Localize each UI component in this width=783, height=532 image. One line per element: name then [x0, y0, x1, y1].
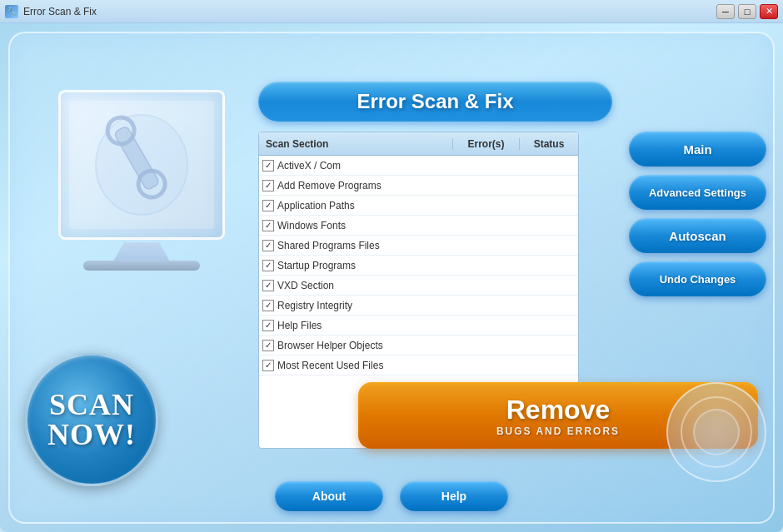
bottom-buttons: About Help: [275, 481, 508, 511]
help-button[interactable]: Help: [400, 481, 508, 511]
undo-changes-button[interactable]: Undo Changes: [629, 261, 766, 296]
row-section: ✓ Startup Programs: [259, 260, 453, 271]
table-row[interactable]: ✓ Add Remove Programs: [259, 176, 578, 196]
row-label: Shared Programs Files: [277, 240, 380, 251]
row-label: Add Remove Programs: [277, 180, 382, 191]
advanced-settings-button[interactable]: Advanced Settings: [629, 175, 766, 210]
table-row[interactable]: ✓ Shared Programs Files: [259, 236, 578, 256]
row-checkbox[interactable]: ✓: [262, 160, 274, 172]
row-label: Startup Programs: [277, 260, 356, 271]
header-status: Status: [520, 138, 578, 150]
table-row[interactable]: ✓ ActiveX / Com: [259, 156, 578, 176]
computer-base: [83, 261, 200, 271]
row-section: ✓ Most Recent Used Files: [259, 360, 453, 371]
title-bar-buttons: ─ □ ✕: [716, 4, 778, 19]
scan-now-line2: Now!: [47, 420, 136, 450]
table-row[interactable]: ✓ Most Recent Used Files: [259, 355, 578, 375]
row-checkbox[interactable]: ✓: [262, 220, 274, 231]
row-label: Help Files: [277, 320, 322, 331]
remove-sub-text: BUGS AND ERRORS: [496, 425, 620, 437]
row-section: ✓ Browser Helper Objects: [259, 340, 453, 351]
decorative-circle: [666, 382, 766, 482]
main-button[interactable]: Main: [629, 132, 766, 167]
row-checkbox[interactable]: ✓: [262, 300, 274, 311]
right-nav-buttons: Main Advanced Settings Autoscan Undo Cha…: [629, 132, 766, 296]
row-label: Most Recent Used Files: [277, 360, 383, 371]
row-checkbox[interactable]: ✓: [262, 320, 274, 331]
row-section: ✓ Windows Fonts: [259, 220, 453, 231]
title-bar-left: 🔧 Error Scan & Fix: [5, 5, 97, 18]
row-label: Windows Fonts: [277, 220, 346, 231]
app-icon: 🔧: [5, 5, 18, 18]
table-row[interactable]: ✓ Registry Integrity: [259, 296, 578, 316]
table-row[interactable]: ✓ Startup Programs: [259, 256, 578, 276]
title-bar: 🔧 Error Scan & Fix ─ □ ✕: [0, 0, 783, 23]
scan-table-header: Scan Section Error(s) Status: [259, 132, 578, 156]
autoscan-button[interactable]: Autoscan: [629, 218, 766, 253]
header-section: Scan Section: [259, 138, 453, 150]
row-section: ✓ Add Remove Programs: [259, 180, 453, 191]
row-checkbox[interactable]: ✓: [262, 180, 274, 191]
row-section: ✓ ActiveX / Com: [259, 160, 453, 172]
row-label: ActiveX / Com: [277, 160, 341, 172]
header-errors: Error(s): [453, 138, 520, 150]
row-checkbox[interactable]: ✓: [262, 360, 274, 371]
row-label: VXD Section: [277, 280, 334, 291]
row-checkbox[interactable]: ✓: [262, 240, 274, 251]
computer-illustration: [33, 90, 250, 323]
row-label: Browser Helper Objects: [277, 340, 383, 351]
close-button[interactable]: ✕: [760, 4, 778, 19]
scan-now-button[interactable]: Scan Now!: [25, 353, 158, 486]
main-container: Error Scan & Fix Scan Section Error(s) S…: [0, 23, 783, 532]
table-row[interactable]: ✓ Application Paths: [259, 196, 578, 216]
about-button[interactable]: About: [275, 481, 383, 511]
row-label: Application Paths: [277, 200, 355, 211]
app-title-banner: Error Scan & Fix: [258, 82, 612, 122]
row-section: ✓ Application Paths: [259, 200, 453, 211]
table-row[interactable]: ✓ Browser Helper Objects: [259, 336, 578, 355]
table-row[interactable]: ✓ Windows Fonts: [259, 216, 578, 236]
maximize-button[interactable]: □: [738, 4, 756, 19]
row-section: ✓ Help Files: [259, 320, 453, 331]
table-row[interactable]: ✓ VXD Section: [259, 276, 578, 296]
wrench-icon: [87, 107, 196, 223]
minimize-button[interactable]: ─: [716, 4, 735, 19]
remove-main-text: Remove: [506, 395, 611, 425]
row-label: Registry Integrity: [277, 300, 352, 311]
row-checkbox[interactable]: ✓: [262, 200, 274, 211]
window-title: Error Scan & Fix: [23, 6, 97, 17]
row-checkbox[interactable]: ✓: [262, 280, 274, 291]
app-title-text: Error Scan & Fix: [357, 90, 513, 113]
row-section: ✓ Shared Programs Files: [259, 240, 453, 251]
row-checkbox[interactable]: ✓: [262, 260, 274, 271]
computer-display: [58, 90, 225, 240]
row-checkbox[interactable]: ✓: [262, 340, 274, 351]
row-section: ✓ Registry Integrity: [259, 300, 453, 311]
row-section: ✓ VXD Section: [259, 280, 453, 291]
scan-now-line1: Scan: [49, 390, 134, 420]
table-row[interactable]: ✓ Help Files: [259, 316, 578, 336]
